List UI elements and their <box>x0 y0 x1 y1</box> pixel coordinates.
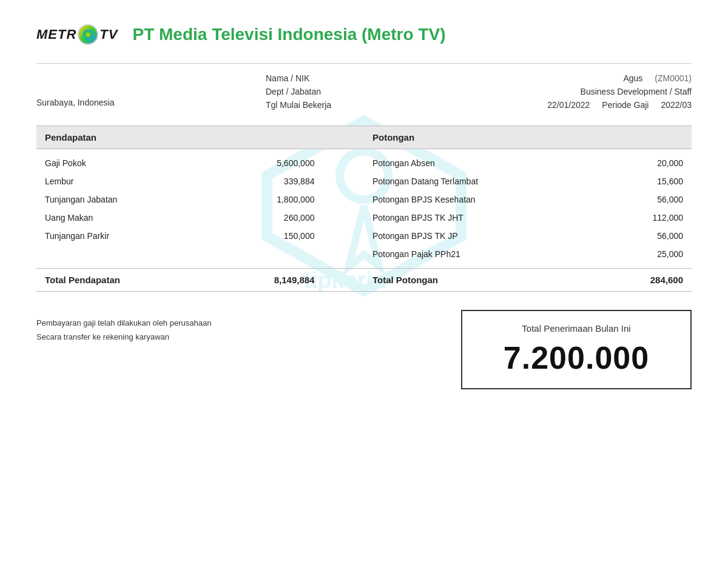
table-row: Tunjangan Jabatan 1,800,000 Potongan BPJ… <box>36 190 692 209</box>
spacer-4 <box>323 209 364 227</box>
pendapatan-header: Pendapatan <box>36 126 323 149</box>
employee-details: Nama / NIK Agus (ZM0001) Dept / Jabatan … <box>266 73 692 113</box>
company-title: PT Media Televisi Indonesia (Metro TV) <box>132 25 445 44</box>
pendapatan-amount-3: 1,800,000 <box>217 190 323 209</box>
employee-name: Agus <box>623 73 642 83</box>
label-nama: Nama / NIK <box>266 73 375 83</box>
potongan-label-4: Potongan BPJS TK JHT <box>364 209 610 227</box>
start-date: 22/01/2022 <box>547 100 590 110</box>
info-row-nama: Nama / NIK Agus (ZM0001) <box>266 73 692 83</box>
logo-text-right: TV <box>99 27 118 42</box>
pendapatan-label-3: Tunjangan Jabatan <box>36 190 217 209</box>
spacer-6 <box>323 245 364 263</box>
info-row-tgl: Tgl Mulai Bekerja 22/01/2022 Periode Gaj… <box>266 100 692 110</box>
pendapatan-empty-6 <box>36 245 217 263</box>
net-total-label: Total Penerimaan Bulan Ini <box>487 323 666 334</box>
spacer-row-top <box>36 149 692 155</box>
table-row: Gaji Pokok 5,600,000 Potongan Absen 20,0… <box>36 154 692 172</box>
net-total-amount: 7.200.000 <box>487 340 666 376</box>
employee-id: (ZM0001) <box>655 73 692 83</box>
total-pendapatan-amount: 8,149,884 <box>217 269 323 292</box>
logo: METR TV <box>36 24 118 45</box>
value-dept: Business Development / Staff <box>375 87 692 96</box>
svg-point-4 <box>83 30 93 40</box>
table-row: Tunjangan Parkir 150,000 Potongan BPJS T… <box>36 227 692 245</box>
value-tgl: 22/01/2022 Periode Gaji 2022/03 <box>375 100 692 110</box>
potongan-label-3: Potongan BPJS Kesehatan <box>364 190 610 209</box>
payment-note: Pembayaran gaji telah dilakukan oleh per… <box>36 310 211 344</box>
pendapatan-empty-amount-6 <box>217 245 323 263</box>
total-row: Total Pendapatan 8,149,884 Total Potonga… <box>36 269 692 292</box>
table-row: Uang Makan 260,000 Potongan BPJS TK JHT … <box>36 209 692 227</box>
potongan-amount-6: 25,000 <box>610 245 692 263</box>
total-pendapatan-label: Total Pendapatan <box>36 269 217 292</box>
total-potongan-amount: 284,600 <box>610 269 692 292</box>
logo-circle-icon <box>78 24 98 45</box>
pendapatan-amount-4: 260,000 <box>217 209 323 227</box>
pendapatan-label-4: Uang Makan <box>36 209 217 227</box>
total-spacer <box>323 269 364 292</box>
spacer-row-bottom <box>36 263 692 269</box>
employee-info-section: Surabaya, Indonesia Nama / NIK Agus (ZM0… <box>36 73 692 113</box>
potongan-label-6: Potongan Pajak PPh21 <box>364 245 610 263</box>
label-dept: Dept / Jabatan <box>266 87 375 96</box>
value-nama: Agus (ZM0001) <box>375 73 692 83</box>
label-periode: Periode Gaji <box>602 100 649 110</box>
potongan-amount-3: 56,000 <box>610 190 692 209</box>
potongan-label-1: Potongan Absen <box>364 154 610 172</box>
potongan-amount-4: 112,000 <box>610 209 692 227</box>
logo-text-left: METR <box>36 27 76 42</box>
spacer-5 <box>323 227 364 245</box>
pendapatan-amount-2: 339,884 <box>217 172 323 190</box>
salary-table: Pendapatan Potongan Gaji Pokok 5,600,000… <box>36 126 692 292</box>
payment-note-line1: Pembayaran gaji telah dilakukan oleh per… <box>36 316 211 330</box>
pendapatan-label-2: Lembur <box>36 172 217 190</box>
net-section: Pembayaran gaji telah dilakukan oleh per… <box>36 310 692 389</box>
label-tgl: Tgl Mulai Bekerja <box>266 100 375 110</box>
pendapatan-amount-5: 150,000 <box>217 227 323 245</box>
location-text: Surabaya, Indonesia <box>36 73 114 107</box>
potongan-label-5: Potongan BPJS TK JP <box>364 227 610 245</box>
net-total-box: Total Penerimaan Bulan Ini 7.200.000 <box>461 310 692 389</box>
spacer-1 <box>323 154 364 172</box>
pendapatan-label-1: Gaji Pokok <box>36 154 217 172</box>
payment-note-line2: Secara transfer ke rekening karyawan <box>36 330 211 344</box>
section-header-row: Pendapatan Potongan <box>36 126 692 149</box>
table-row: Lembur 339,884 Potongan Datang Terlambat… <box>36 172 692 190</box>
spacer-header <box>323 126 364 149</box>
periode-value: 2022/03 <box>661 100 692 110</box>
total-potongan-label: Total Potongan <box>364 269 610 292</box>
spacer-3 <box>323 190 364 209</box>
potongan-amount-2: 15,600 <box>610 172 692 190</box>
document-header: METR TV PT Media Te <box>36 24 692 45</box>
employee-dept: Business Development / Staff <box>581 87 692 96</box>
header-divider <box>36 63 692 64</box>
table-row: Potongan Pajak PPh21 25,000 <box>36 245 692 263</box>
info-row-dept: Dept / Jabatan Business Development / St… <box>266 87 692 96</box>
potongan-amount-1: 20,000 <box>610 154 692 172</box>
pendapatan-label-5: Tunjangan Parkir <box>36 227 217 245</box>
pendapatan-amount-1: 5,600,000 <box>217 154 323 172</box>
potongan-header: Potongan <box>364 126 692 149</box>
potongan-amount-5: 56,000 <box>610 227 692 245</box>
spacer-2 <box>323 172 364 190</box>
potongan-label-2: Potongan Datang Terlambat <box>364 172 610 190</box>
